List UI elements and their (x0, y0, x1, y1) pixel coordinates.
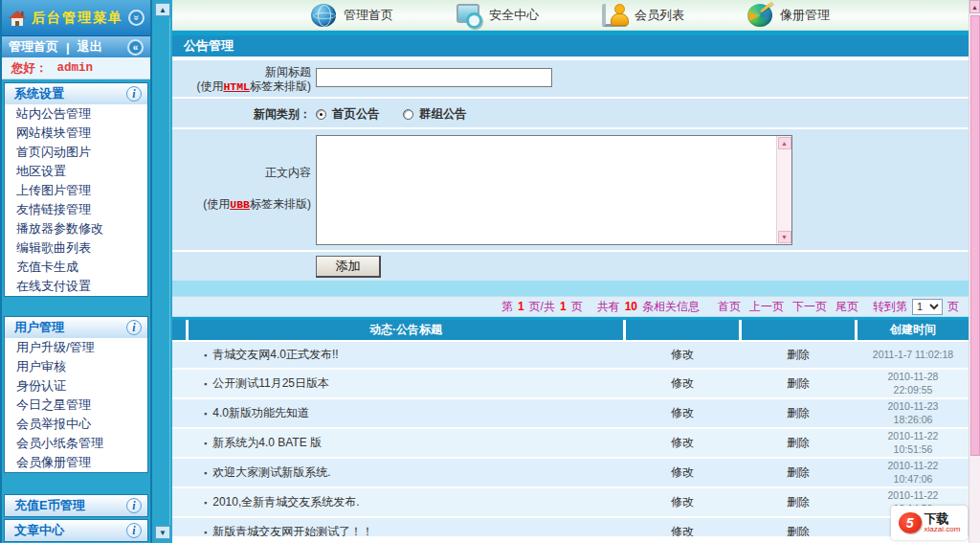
ubb-tag-link[interactable]: UBB (230, 198, 250, 211)
scroll-up-icon[interactable]: ▲ (778, 137, 791, 149)
sidebar-item[interactable]: 会员小纸条管理 (5, 434, 147, 453)
house-icon (8, 10, 27, 27)
sidebar-item[interactable]: 身份认证 (5, 376, 147, 396)
current-page-number: 1 (518, 300, 524, 313)
sidebar-item[interactable]: 会员举报中心 (5, 415, 147, 434)
scroll-down-icon[interactable]: ▼ (155, 526, 170, 539)
sidebar: 后台管理菜单 » 管理首页 | 退出 « 您好： admin 系统设置 i 站内… (0, 0, 150, 543)
delete-link[interactable]: 删除 (742, 459, 855, 486)
sidebar-title: 后台管理菜单 (31, 10, 124, 27)
sidebar-item[interactable]: 在线支付设置 (5, 277, 147, 296)
sidebar-item[interactable]: 今日之星管理 (5, 396, 147, 415)
radio-icon[interactable] (316, 109, 326, 120)
announcement-title-cell: ▪ 公开测试11月25日版本 (189, 370, 623, 397)
content-hint: (使用UBB标签来排版) (172, 197, 311, 212)
sidebar-scroll-track[interactable] (155, 17, 170, 525)
edit-link[interactable]: 修改 (626, 429, 739, 457)
scroll-up-icon[interactable]: ▲ (155, 3, 170, 16)
sidebar-item[interactable]: 首页闪动图片 (5, 143, 147, 162)
delete-link[interactable]: 删除 (742, 429, 855, 457)
delete-link[interactable]: 删除 (742, 342, 855, 368)
security-icon (457, 4, 481, 27)
pagination-link[interactable]: 上一页 (749, 299, 784, 315)
bullet-icon: ▪ (204, 528, 207, 537)
pagination-link[interactable]: 首页 (718, 299, 741, 315)
content-textarea[interactable] (317, 136, 775, 244)
scroll-up-icon[interactable]: ▲ (969, 0, 980, 13)
sidebar-quicklinks: 管理首页 | 退出 « (2, 36, 150, 57)
topnav-item[interactable]: 管理首页 (311, 4, 393, 27)
sidebar-item[interactable]: 播放器参数修改 (5, 219, 147, 238)
form-row-category: 新闻类别： 首页公告 群组公告 (172, 97, 969, 127)
row-marker-cell (172, 399, 186, 427)
add-button[interactable]: 添加 (316, 256, 381, 278)
sidebar-section-articles: 文章中心 i (4, 519, 148, 542)
news-title-input[interactable] (316, 68, 552, 87)
section-header-ecoin[interactable]: 充值E币管理 i (5, 495, 147, 516)
info-icon: i (126, 86, 142, 102)
sidebar-scrollbar[interactable]: ▲ ▼ (150, 0, 172, 543)
delete-link[interactable]: 删除 (742, 370, 855, 397)
announcement-table: 动态·公告标题 创建时间 ▪ 青城交友网4.0正式发布!! 修改 删除 2011… (172, 320, 969, 536)
announcement-title-cell: ▪ 欢迎大家测试新版系统. (189, 459, 623, 486)
bullet-icon: ▪ (204, 351, 207, 360)
category-radio[interactable]: 群组公告 (403, 106, 467, 123)
collapse-menu-icon[interactable]: » (128, 10, 145, 26)
topnav-item[interactable]: 像册管理 (747, 4, 830, 27)
collapse-sidebar-icon[interactable]: « (127, 39, 144, 56)
edit-link[interactable]: 修改 (626, 370, 739, 397)
delete-link[interactable]: 删除 (742, 488, 855, 516)
radio-icon[interactable] (403, 109, 413, 120)
html-tag-link[interactable]: HTML (223, 80, 250, 93)
section-header-system[interactable]: 系统设置 i (5, 83, 147, 104)
edit-link[interactable]: 修改 (626, 518, 739, 536)
section-header-articles[interactable]: 文章中心 i (5, 520, 147, 541)
sidebar-item[interactable]: 用户审核 (5, 357, 147, 376)
edit-link[interactable]: 修改 (626, 399, 739, 427)
pagination-link[interactable]: 尾页 (835, 299, 858, 315)
main-content: 管理首页 安全中心 会员列表 像册管理 公告管理 新闻标题 (使用HTM (172, 0, 969, 543)
nav-label: 管理首页 (344, 7, 393, 24)
announcement-title: 新系统为4.0 BATE 版 (212, 435, 322, 451)
section-header-users[interactable]: 用户管理 i (5, 317, 147, 338)
edit-link[interactable]: 修改 (626, 342, 739, 368)
main-scrollbar[interactable]: ▲ (969, 0, 980, 543)
scrollbar-thumb[interactable] (970, 15, 980, 456)
logout-link[interactable]: 退出 (78, 38, 102, 56)
delete-link[interactable]: 删除 (742, 399, 855, 427)
delete-link[interactable]: 删除 (742, 518, 855, 536)
header-delete (742, 320, 855, 340)
sidebar-item[interactable]: 站内公告管理 (5, 104, 147, 124)
goto-page-select[interactable]: 1 (912, 299, 943, 315)
announcement-title: 新版青城交友网开始测试了！！ (212, 524, 373, 536)
sidebar-item[interactable]: 网站模块管理 (5, 124, 147, 143)
textarea-scrollbar[interactable]: ▲ ▼ (776, 136, 791, 244)
sidebar-item[interactable]: 友情链接管理 (5, 200, 147, 219)
sidebar-item[interactable]: 充值卡生成 (5, 258, 147, 277)
table-row: ▪ 新版青城交友网开始测试了！！ 修改 删除 2007-6 (172, 518, 969, 536)
bullet-icon: ▪ (204, 379, 207, 389)
sidebar-item[interactable]: 用户升级/管理 (5, 338, 147, 357)
header-title: 动态·公告标题 (189, 320, 623, 340)
members-icon (602, 4, 627, 27)
edit-link[interactable]: 修改 (626, 459, 739, 486)
table-row: ▪ 青城交友网4.0正式发布!! 修改 删除 2011-1-7 11:02:18 (172, 342, 969, 368)
nav-label: 安全中心 (489, 7, 539, 24)
row-marker-cell (172, 370, 186, 397)
edit-link[interactable]: 修改 (626, 488, 739, 516)
nav-label: 会员列表 (635, 7, 684, 24)
table-rows: ▪ 青城交友网4.0正式发布!! 修改 删除 2011-1-7 11:02:18… (172, 342, 969, 536)
info-icon: i (126, 523, 142, 538)
sidebar-home-link[interactable]: 管理首页 (9, 38, 58, 56)
sidebar-item[interactable]: 会员像册管理 (5, 453, 147, 472)
scroll-down-icon[interactable]: ▼ (778, 231, 791, 243)
topnav-item[interactable]: 安全中心 (457, 4, 539, 27)
sidebar-item[interactable]: 编辑歌曲列表 (5, 238, 147, 258)
sidebar-item[interactable]: 上传图片管理 (5, 181, 147, 200)
sidebar-item[interactable]: 地区设置 (5, 162, 147, 181)
form-row-title: 新闻标题 (使用HTML标签来排版) (172, 60, 969, 97)
pagination-link[interactable]: 下一页 (792, 299, 827, 315)
category-radio[interactable]: 首页公告 (316, 106, 380, 123)
topnav-item[interactable]: 会员列表 (602, 4, 684, 27)
announcement-title: 4.0新版功能先知道 (212, 405, 309, 421)
